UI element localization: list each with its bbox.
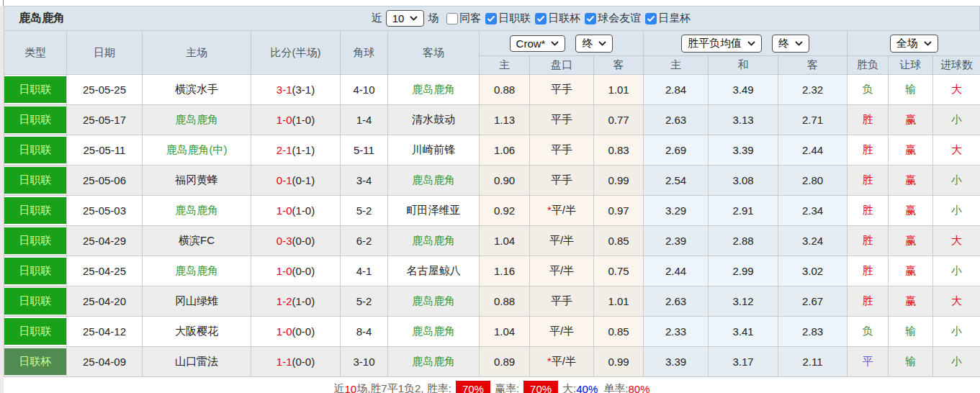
wdl-result-cell: 胜 [848, 166, 889, 196]
filter-checkbox[interactable] [645, 13, 657, 24]
europe-draw-odds-cell: 3.08 [709, 166, 778, 196]
col-header-date: 日期 [67, 31, 143, 75]
filter-item: 日皇杯 [645, 12, 691, 25]
league-type-cell: 日职联 [4, 226, 67, 256]
score-cell: 1-2(1-0) [251, 286, 341, 317]
footer-games-num: 10 [344, 383, 356, 393]
handicap-result-cell: 赢 [889, 105, 933, 135]
europe-odds-select[interactable]: 胜平负均值 [681, 35, 762, 53]
europe-draw-odds-cell: 3.39 [709, 135, 778, 166]
subheader-handicap: 盘口 [530, 56, 594, 75]
select-value: Crow* [516, 37, 546, 50]
asian-handicap-cell: 平/半 [530, 226, 594, 256]
filter-bar: 鹿岛鹿角 近 10 场 同客日职联日联杯球会友谊日皇杯 [4, 6, 980, 30]
asian-home-odds-cell: 0.90 [480, 166, 530, 196]
home-team-cell: 鹿岛鹿角 [143, 105, 251, 135]
asian-away-odds-cell: 0.85 [594, 226, 644, 256]
europe-away-odds-cell: 2.34 [778, 196, 848, 226]
select-value: 终 [778, 37, 789, 50]
europe-period-select[interactable]: 终 [772, 35, 809, 53]
single-rate-value: 80% [628, 383, 649, 393]
league-badge: 日职联 [4, 76, 66, 103]
filter-controls: 近 10 场 同客日职联日联杯球会友谊日皇杯 [368, 10, 691, 27]
footer-near-label: 近 [333, 382, 344, 393]
score-cell: 2-1(1-1) [251, 135, 341, 166]
home-team-cell: 山口雷法 [143, 347, 251, 377]
filter-checkbox[interactable] [585, 13, 596, 24]
europe-away-odds-cell: 3.24 [778, 226, 848, 256]
europe-away-odds-cell: 2.71 [778, 105, 848, 135]
odds-company-select[interactable]: Crow* [510, 35, 566, 52]
europe-home-odds-cell: 2.63 [644, 105, 709, 135]
page: 鹿岛鹿角 近 10 场 同客日职联日联杯球会友谊日皇杯 [0, 0, 980, 393]
score-cell: 0-3(0-0) [251, 226, 341, 256]
summary-footer: 近10场,胜7平1负2, 胜率: 70% 赢率: 70% 大:40% 单率:80… [4, 377, 980, 393]
league-type-cell: 日职联 [4, 75, 67, 105]
corner-score-cell: 8-4 [341, 317, 388, 347]
asian-odds-group-header: Crow* 终 [480, 31, 644, 56]
games-count-select[interactable]: 10 [386, 10, 425, 27]
filter-item: 日职联 [485, 12, 531, 25]
goals-result-cell: 小 [933, 166, 980, 196]
corner-score-cell: 3-10 [341, 347, 388, 377]
team-name-title: 鹿岛鹿角 [19, 11, 65, 26]
table-header-row: 类型 日期 主场 比分(半场) 角球 客场 Crow* [4, 31, 980, 56]
match-row: 日职联25-04-29横滨FC0-3(0-0)6-2鹿岛鹿角1.04平/半0.8… [4, 226, 980, 256]
chevron-down-icon [410, 16, 418, 21]
asian-home-odds-cell: 1.04 [480, 226, 530, 256]
company-period-select[interactable]: 终 [575, 35, 613, 53]
match-date-cell: 25-05-11 [67, 135, 143, 166]
chevron-down-icon [551, 41, 559, 46]
score-cell: 1-0(0-0) [251, 256, 341, 286]
corner-score-cell: 5-2 [341, 196, 388, 226]
subheader-europe-away: 客 [778, 56, 848, 75]
league-badge: 日联杯 [4, 348, 66, 375]
corner-score-cell: 4-10 [341, 75, 388, 105]
match-date-cell: 25-05-25 [67, 75, 143, 105]
corner-score-cell: 4-1 [341, 256, 388, 286]
match-date-cell: 25-04-20 [67, 286, 143, 317]
single-rate-label: 单率: [603, 382, 628, 393]
asian-away-odds-cell: 1.01 [594, 286, 644, 317]
score-cell: 1-0(1-0) [251, 105, 341, 135]
handicap-result-cell: 输 [889, 347, 933, 377]
match-row: 日职联25-04-12大阪樱花1-0(0-0)8-4鹿岛鹿角1.04平/半0.8… [4, 317, 980, 347]
match-row: 日职联25-04-20冈山绿雉1-2(1-0)5-2鹿岛鹿角0.88平手1.01… [4, 286, 980, 317]
home-team-cell: 大阪樱花 [143, 317, 251, 347]
handicap-result-cell: 赢 [889, 256, 933, 286]
europe-home-odds-cell: 2.54 [644, 166, 709, 196]
scope-select[interactable]: 全场 [890, 35, 938, 53]
goals-result-cell: 小 [933, 256, 980, 286]
result-group-header: 全场 [848, 31, 980, 56]
handicap-result-cell: 赢 [889, 196, 933, 226]
filter-checkbox[interactable] [485, 13, 497, 24]
chevron-down-icon [747, 41, 755, 46]
match-date-cell: 25-04-29 [67, 226, 143, 256]
europe-draw-odds-cell: 3.12 [709, 286, 778, 317]
subheader-handicap-result: 让球 [889, 56, 933, 75]
asian-home-odds-cell: 0.89 [480, 347, 530, 377]
league-filters: 同客日职联日联杯球会友谊日皇杯 [442, 12, 691, 25]
handicap-result-cell: 赢 [889, 135, 933, 166]
filter-item: 日联杯 [535, 12, 580, 25]
match-table-body: 日职联25-05-25横滨水手3-1(3-1)4-10鹿岛鹿角0.88平手1.0… [4, 75, 980, 377]
filter-checkbox[interactable] [535, 13, 547, 24]
corner-score-cell: 5-11 [341, 135, 388, 166]
goals-result-cell: 小 [933, 105, 980, 135]
away-team-cell: 鹿岛鹿角 [388, 317, 480, 347]
league-badge: 日职联 [4, 137, 66, 163]
europe-home-odds-cell: 2.63 [644, 286, 709, 317]
asian-home-odds-cell: 0.92 [480, 196, 530, 226]
league-badge: 日职联 [4, 107, 66, 133]
corner-score-cell: 6-2 [341, 226, 388, 256]
score-cell: 0-1(0-1) [251, 166, 341, 196]
asian-handicap-cell: 平手 [530, 135, 594, 166]
asian-home-odds-cell: 1.04 [480, 317, 530, 347]
asian-home-odds-cell: 1.13 [480, 105, 530, 135]
home-team-cell: 鹿岛鹿角 [143, 196, 251, 226]
filter-checkbox[interactable] [446, 13, 458, 24]
score-cell: 1-0(1-0) [251, 196, 341, 226]
asian-away-odds-cell: 0.99 [594, 166, 644, 196]
col-header-home: 主场 [143, 31, 251, 75]
league-type-cell: 日职联 [4, 256, 67, 286]
